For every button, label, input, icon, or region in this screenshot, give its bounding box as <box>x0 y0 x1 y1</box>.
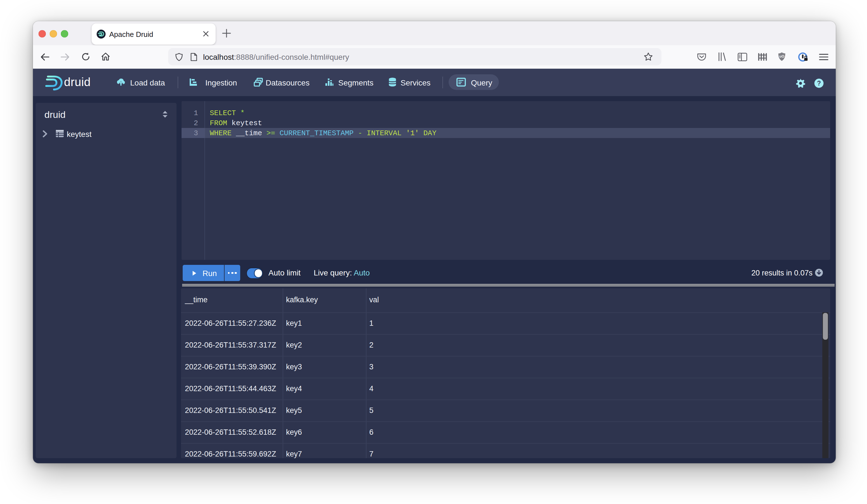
svg-text:uO: uO <box>779 54 784 58</box>
svg-text:?: ? <box>817 79 821 87</box>
